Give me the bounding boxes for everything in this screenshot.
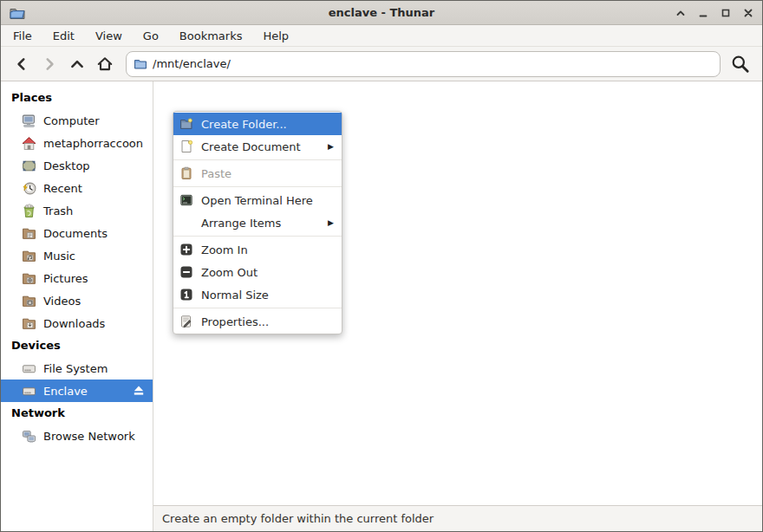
submenu-arrow-icon: ▶ — [328, 218, 334, 227]
folder-pictures-icon — [22, 271, 36, 286]
sidebar-item-label: Music — [43, 250, 75, 263]
menu-separator — [173, 186, 342, 187]
close-icon[interactable] — [740, 4, 757, 22]
sidebar-item-label: Videos — [43, 295, 81, 308]
menu-item-zoom-out[interactable]: Zoom Out — [173, 261, 342, 283]
sidebar-item-label: Downloads — [43, 317, 105, 330]
sidebar-item-label: Desktop — [43, 159, 90, 172]
sidebar-item-label: Enclave — [43, 385, 88, 398]
create-folder-icon — [179, 117, 193, 131]
zoom-in-icon — [179, 243, 193, 256]
menu-item-open-terminal-here[interactable]: Open Terminal Here — [173, 189, 342, 211]
network-icon — [22, 429, 36, 444]
sidebar-item-label: Pictures — [43, 272, 88, 285]
sidebar-item-label: Computer — [43, 114, 100, 127]
menu-edit[interactable]: Edit — [42, 25, 85, 46]
statusbar-text: Create an empty folder within the curren… — [162, 512, 434, 525]
menubar: File Edit View Go Bookmarks Help — [1, 25, 762, 47]
sidebar-item-label: Recent — [43, 182, 82, 195]
sidebar-item-desktop[interactable]: Desktop — [1, 154, 153, 177]
submenu-arrow-icon: ▶ — [328, 142, 334, 151]
eject-icon[interactable] — [132, 384, 146, 398]
back-icon — [14, 56, 29, 72]
menu-item-paste[interactable]: Paste — [173, 162, 342, 185]
home-icon — [96, 55, 114, 73]
sidebar-item-file-system[interactable]: File System — [1, 357, 153, 380]
menu-file[interactable]: File — [3, 25, 42, 46]
sidebar-item-videos[interactable]: Videos — [1, 289, 153, 312]
folder-documents-icon — [22, 226, 36, 241]
sidebar-header-devices: Devices — [1, 334, 153, 357]
window-controls — [672, 1, 757, 25]
drive-icon — [22, 361, 36, 376]
sidebar-item-recent[interactable]: Recent — [1, 177, 153, 199]
desktop-icon — [22, 159, 36, 173]
drive-icon — [22, 384, 36, 399]
sidebar-item-documents[interactable]: Documents — [1, 222, 153, 244]
sidebar-item-home[interactable]: metaphorraccoon — [1, 132, 153, 154]
zoom-out-icon — [179, 265, 193, 279]
sidebar-item-pictures[interactable]: Pictures — [1, 267, 153, 289]
window-body: Places Computer metaphorraccoon — [1, 81, 762, 531]
menu-item-label: Open Terminal Here — [201, 194, 313, 207]
menu-view[interactable]: View — [85, 25, 133, 46]
path-text: /mnt/enclave/ — [153, 57, 231, 70]
normal-size-icon — [179, 288, 193, 302]
window-folder-icon — [9, 4, 26, 22]
folder-videos-icon — [22, 294, 36, 308]
menu-item-normal-size[interactable]: Normal Size — [173, 283, 342, 306]
menu-bookmarks[interactable]: Bookmarks — [169, 25, 253, 46]
sidebar: Places Computer metaphorraccoon — [1, 81, 153, 531]
menu-item-label: Normal Size — [201, 289, 269, 302]
sidebar-item-label: File System — [43, 362, 108, 375]
sidebar-item-label: Browse Network — [43, 430, 135, 443]
sidebar-header-network: Network — [1, 402, 153, 425]
minimize-icon[interactable] — [695, 4, 712, 22]
menu-help[interactable]: Help — [252, 25, 299, 46]
sidebar-item-trash[interactable]: Trash — [1, 199, 153, 222]
menu-go[interactable]: Go — [133, 25, 169, 46]
sidebar-item-downloads[interactable]: Downloads — [1, 312, 153, 334]
forward-button[interactable] — [36, 51, 63, 77]
recent-icon — [22, 181, 36, 196]
menu-item-create-document[interactable]: Create Document ▶ — [173, 135, 342, 158]
sidebar-header-places: Places — [1, 87, 153, 109]
menu-separator — [173, 159, 342, 160]
back-button[interactable] — [8, 51, 36, 77]
menu-item-label: Properties... — [201, 315, 269, 328]
menu-item-label: Arrange Items — [201, 217, 281, 230]
menu-item-label: Paste — [201, 167, 232, 180]
properties-icon — [179, 315, 193, 328]
folder-music-icon — [22, 249, 36, 263]
menu-item-arrange-items[interactable]: Arrange Items ▶ — [173, 211, 342, 234]
menu-item-properties[interactable]: Properties... — [173, 310, 342, 333]
context-menu: Create Folder... Create Document ▶ Paste — [173, 111, 342, 334]
up-button[interactable] — [63, 51, 91, 77]
computer-icon — [22, 114, 36, 128]
sidebar-item-label: Documents — [43, 227, 108, 240]
search-button[interactable] — [726, 51, 755, 77]
sidebar-item-label: Trash — [43, 204, 73, 217]
menu-item-label: Zoom In — [201, 243, 248, 256]
menu-separator — [173, 308, 342, 308]
forward-icon — [42, 56, 57, 72]
shade-icon[interactable] — [672, 4, 689, 22]
trash-icon — [22, 204, 36, 218]
create-document-icon — [179, 139, 193, 153]
menu-item-label: Zoom Out — [201, 266, 258, 279]
sidebar-item-browse-network[interactable]: Browse Network — [1, 425, 153, 447]
home-button[interactable] — [91, 51, 119, 77]
path-entry[interactable]: /mnt/enclave/ — [126, 51, 721, 77]
menu-item-zoom-in[interactable]: Zoom In — [173, 238, 342, 261]
sidebar-item-computer[interactable]: Computer — [1, 109, 153, 132]
menu-item-create-folder[interactable]: Create Folder... — [173, 113, 342, 135]
menu-item-label: Create Folder... — [201, 118, 287, 131]
path-folder-icon — [134, 57, 147, 71]
up-icon — [69, 56, 85, 72]
window-title: enclave - Thunar — [329, 6, 435, 19]
menu-item-label: Create Document — [201, 140, 301, 153]
maximize-icon[interactable] — [717, 4, 734, 22]
sidebar-item-music[interactable]: Music — [1, 244, 153, 267]
sidebar-item-enclave[interactable]: Enclave — [1, 380, 153, 402]
terminal-icon — [179, 193, 193, 207]
